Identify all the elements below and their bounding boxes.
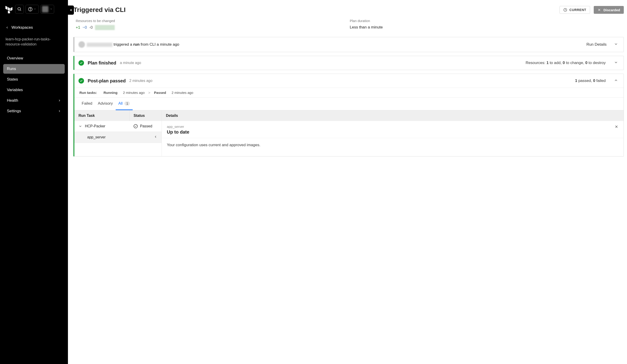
task-table: Run Task Status HCP-Packer Passed xyxy=(74,110,161,156)
success-check-icon xyxy=(78,60,84,66)
avatar xyxy=(78,41,85,48)
sidebar-nav: Overview Runs States Variables Health Se… xyxy=(0,52,68,118)
th-status: Status xyxy=(129,110,161,121)
nav-states[interactable]: States xyxy=(3,75,65,84)
workspace-name: learn-hcp-packer-run-tasks-resource-vali… xyxy=(0,35,68,52)
resources-change: ~0 xyxy=(82,25,87,30)
sidebar-top xyxy=(0,0,68,16)
tab-all-count: 1 xyxy=(124,102,130,105)
task-subrow[interactable]: app_server xyxy=(74,132,161,143)
search-button[interactable] xyxy=(15,5,24,13)
details-panel: Details app_server Up to date Your confi… xyxy=(161,110,624,156)
header-row: Triggered via CLI CURRENT Discarded xyxy=(73,6,624,14)
nav-overview[interactable]: Overview xyxy=(3,53,65,63)
success-check-icon xyxy=(78,78,84,84)
discarded-badge: Discarded xyxy=(594,6,624,14)
tabs: Failed Advisory All 1 xyxy=(74,97,624,110)
chevron-right-icon xyxy=(58,99,61,102)
expand-chevron[interactable] xyxy=(614,42,618,47)
resources-destroy: -0 xyxy=(89,25,93,30)
chevron-down-icon xyxy=(78,124,82,128)
details-subtitle: app_server xyxy=(167,125,189,129)
expand-chevron[interactable] xyxy=(614,60,618,65)
svg-line-1 xyxy=(20,10,21,11)
triggered-text: triggered a run from CLI a minute ago xyxy=(87,42,179,47)
user-menu[interactable] xyxy=(40,5,54,13)
main-content: Triggered via CLI CURRENT Discarded Reso… xyxy=(68,0,627,364)
postplan-panel: Post-plan passed 2 minutes ago 1 passed,… xyxy=(73,74,624,156)
nav-variables[interactable]: Variables xyxy=(3,85,65,95)
postplan-time: 2 minutes ago xyxy=(129,79,153,83)
plan-finished-panel: Plan finished a minute ago Resources: 1 … xyxy=(73,56,624,70)
help-button[interactable] xyxy=(25,5,39,13)
th-details: Details xyxy=(162,110,624,121)
chevron-left-icon xyxy=(5,26,9,29)
th-run-task: Run Task xyxy=(74,110,129,121)
tab-all[interactable]: All 1 xyxy=(116,98,133,110)
nav-runs[interactable]: Runs xyxy=(3,64,65,74)
postplan-title: Post-plan passed xyxy=(88,78,126,84)
plan-resources-summary: Resources: 1 to add, 0 to change, 0 to d… xyxy=(525,61,606,65)
svg-point-0 xyxy=(18,7,21,10)
workspaces-label: Workspaces xyxy=(11,25,33,30)
svg-point-3 xyxy=(30,10,30,10)
postplan-summary: 1 passed, 0 failed xyxy=(575,78,606,83)
resources-summary: Resources to be changed +1 ~0 -0 xyxy=(76,19,350,30)
resources-add: +1 xyxy=(76,25,80,30)
terraform-logo[interactable] xyxy=(4,4,13,14)
resources-label: Resources to be changed xyxy=(76,19,350,23)
collapse-chevron[interactable] xyxy=(614,78,618,83)
redacted-field xyxy=(95,25,115,30)
close-details-button[interactable] xyxy=(614,125,619,135)
redacted-username xyxy=(87,43,112,47)
task-row[interactable]: HCP-Packer Passed xyxy=(74,121,161,132)
close-icon xyxy=(597,8,601,12)
nav-health[interactable]: Health xyxy=(3,96,65,105)
clock-icon xyxy=(563,8,567,12)
plan-duration-value: Less than a minute xyxy=(350,25,624,30)
passed-check-icon xyxy=(134,124,138,128)
chevron-right-icon xyxy=(58,109,61,113)
plan-duration: Plan duration Less than a minute xyxy=(350,19,624,30)
run-details-link[interactable]: Run Details xyxy=(586,42,607,47)
chevron-left-icon xyxy=(154,135,157,140)
close-icon xyxy=(614,125,619,129)
run-tasks-breadcrumb: Run tasks: Running 2 minutes ago > Passe… xyxy=(74,88,624,97)
tab-failed[interactable]: Failed xyxy=(79,98,95,110)
collapse-sidebar-button[interactable] xyxy=(68,5,74,15)
workspaces-back[interactable]: Workspaces xyxy=(0,16,68,35)
user-avatar xyxy=(42,6,49,12)
tab-advisory[interactable]: Advisory xyxy=(95,98,115,110)
plan-duration-label: Plan duration xyxy=(350,19,624,23)
page-title: Triggered via CLI xyxy=(73,6,126,13)
details-headline: Up to date xyxy=(167,129,189,135)
plan-title: Plan finished xyxy=(88,60,116,66)
nav-settings[interactable]: Settings xyxy=(3,106,65,116)
plan-time: a minute ago xyxy=(120,61,141,65)
details-body: Your configuration uses current and appr… xyxy=(162,138,624,152)
sidebar: Workspaces learn-hcp-packer-run-tasks-re… xyxy=(0,0,68,364)
current-button[interactable]: CURRENT xyxy=(560,6,590,14)
triggered-panel: triggered a run from CLI a minute ago Ru… xyxy=(73,37,624,52)
